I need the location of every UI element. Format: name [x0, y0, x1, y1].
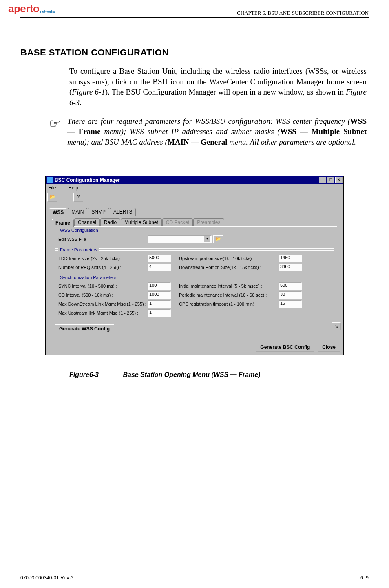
window-title: BSC Configuration Manager [55, 177, 120, 183]
chapter-header: CHAPTER 6. BSU AND SUBSCRIBER CONFIGURAT… [237, 10, 369, 16]
app-window: BSC Configuration Manager _ □ × File Hel… [45, 176, 344, 355]
minimize-button[interactable]: _ [319, 177, 326, 183]
tab-frame[interactable]: Frame [52, 219, 74, 227]
help-icon[interactable]: ? [73, 193, 83, 202]
figure-number: Figure6-3 [69, 371, 99, 378]
input-upstream[interactable]: 1460 [279, 255, 302, 262]
menu-file[interactable]: File [48, 185, 56, 191]
label-init-maint: Initial maintenance interval (5 - 5k mse… [179, 284, 279, 288]
input-sync-interval[interactable]: 100 [148, 282, 171, 290]
select-wss-file[interactable]: ▼ [148, 235, 212, 243]
outer-tabs: WSS MAIN SNMP ALERTS [49, 208, 340, 216]
note-p1: There are four required parameters for W… [67, 117, 350, 126]
menubar: File Help [46, 184, 343, 192]
titlebar: BSC Configuration Manager _ □ × [46, 176, 343, 184]
note-text: There are four required parameters for W… [67, 116, 367, 148]
outer-tabset: WSS MAIN SNMP ALERTS Frame Channel Radio… [49, 208, 340, 339]
body-paragraph: To configure a Base Station Unit, includ… [69, 66, 367, 108]
logo-sub: networks [40, 9, 55, 13]
close-button[interactable]: Close [318, 343, 340, 352]
bottom-bar: Generate BSC Config Close [46, 339, 343, 355]
label-sync-interval: SYNC interval (10 - 500 ms) : [58, 284, 148, 288]
inner-tabs: Frame Channel Radio Multiple Subnet CD P… [52, 218, 337, 226]
label-max-down: Max DownStream Link Mgmt Msg (1 - 255) : [58, 302, 148, 306]
group-title-sync: Synchronization Parameters [58, 275, 118, 280]
label-req: Number of REQ slots (4 - 256) : [58, 265, 148, 270]
note-b2: WSS — Multiple Subnet [280, 127, 367, 136]
input-cpe-reg[interactable]: 15 [279, 300, 302, 308]
input-max-up[interactable]: 1 [148, 309, 171, 317]
note-p2: menu); WSS subnet IP addresses and subne… [101, 127, 280, 136]
tab-radio[interactable]: Radio [100, 218, 120, 226]
input-cd-interval[interactable]: 1000 [148, 291, 171, 299]
figure-text: Base Station Opening Menu (WSS — Frame) [123, 371, 260, 378]
input-max-down[interactable]: 1 [148, 300, 171, 308]
tab-alerts[interactable]: ALERTS [110, 208, 136, 216]
scroll-icon[interactable]: ↘ [332, 322, 341, 330]
page-number: 6–9 [360, 575, 369, 581]
logo-brand: aperto [8, 2, 39, 15]
label-cd-interval: CD interval (500 - 10k ms) : [58, 293, 148, 297]
note-block: ☞ There are four required parameters for… [49, 116, 367, 148]
label-periodic-maint: Periodic maintenance interval (10 - 60 s… [179, 293, 279, 297]
close-window-button[interactable]: × [335, 177, 343, 183]
tab-snmp[interactable]: SNMP [88, 208, 109, 216]
page-header: aperto networks CHAPTER 6. BSU AND SUBSC… [0, 0, 389, 16]
chevron-down-icon[interactable]: ▼ [204, 236, 210, 242]
menu-help[interactable]: Help [68, 185, 78, 191]
maximize-button[interactable]: □ [327, 177, 334, 183]
group-title-wss: WSS Configuration [58, 228, 100, 233]
header-rule [20, 17, 369, 18]
figure-rule [69, 368, 369, 368]
group-wss-config: WSS Configuration Edit WSS File : ▼ 📂 [55, 231, 334, 249]
input-tdd[interactable]: 5000 [148, 255, 171, 262]
label-upstream: Upstream portion size(1k - 10k ticks) : [179, 256, 279, 261]
input-periodic-maint[interactable]: 30 [279, 291, 302, 299]
group-frame-params: Frame Parameters TDD frame size (2k - 25… [55, 250, 334, 276]
generate-wss-button[interactable]: Generate WSS Config [55, 324, 114, 333]
note-b3: MAIN — General [168, 138, 228, 146]
group-sync-params: Synchronization Parameters SYNC interval… [55, 278, 334, 322]
tab-wss[interactable]: WSS [49, 208, 67, 216]
page-footer: 070-20000340-01 Rev A 6–9 [20, 574, 369, 581]
tab-channel[interactable]: Channel [74, 218, 100, 226]
pointing-hand-icon: ☞ [49, 117, 61, 130]
generate-bsc-button[interactable]: Generate BSC Config [256, 343, 314, 352]
app-icon [47, 177, 53, 183]
tab-cd-packet: CD Packet [162, 218, 193, 226]
doc-number: 070-20000340-01 Rev A [20, 575, 73, 581]
input-init-maint[interactable]: 500 [279, 282, 302, 290]
toolbar: 📂 ? [46, 192, 343, 203]
note-p4: menu. All other parameters are optional. [227, 138, 356, 146]
note-p3: menu); and BSU MAC address ( [67, 138, 168, 146]
body-part3: . [80, 98, 82, 107]
section-title: BASE STATION CONFIGURATION [20, 47, 369, 58]
open-icon[interactable]: 📂 [47, 193, 57, 202]
label-max-up: Max Upstream link Mgmt Msg (1 - 255) : [58, 311, 148, 315]
figure-caption: Figure6-3 Base Station Opening Menu (WSS… [69, 371, 369, 379]
label-downstream: Downstream Portion Size(1k - 15k ticks) … [179, 265, 279, 270]
tab-multiple-subnet[interactable]: Multiple Subnet [121, 218, 162, 226]
label-edit-wss-file: Edit WSS File : [58, 237, 148, 242]
tab-main[interactable]: MAIN [68, 208, 87, 216]
section-rule [20, 43, 369, 43]
label-tdd: TDD frame size (2k - 25k ticks) : [58, 256, 148, 261]
group-title-frame: Frame Parameters [58, 247, 99, 252]
logo: aperto networks [8, 2, 55, 15]
input-req[interactable]: 4 [148, 264, 171, 271]
tab-preambles: Preambles [193, 218, 224, 226]
label-cpe-reg: CPE registration timeout (1 - 100 min) : [179, 302, 279, 306]
browse-icon[interactable]: 📂 [213, 235, 223, 243]
input-downstream[interactable]: 3460 [279, 264, 302, 271]
body-part2: ). The BSU Configuration Manager will op… [105, 88, 346, 96]
figure-ref-6-1: Figure 6-1 [72, 88, 105, 96]
